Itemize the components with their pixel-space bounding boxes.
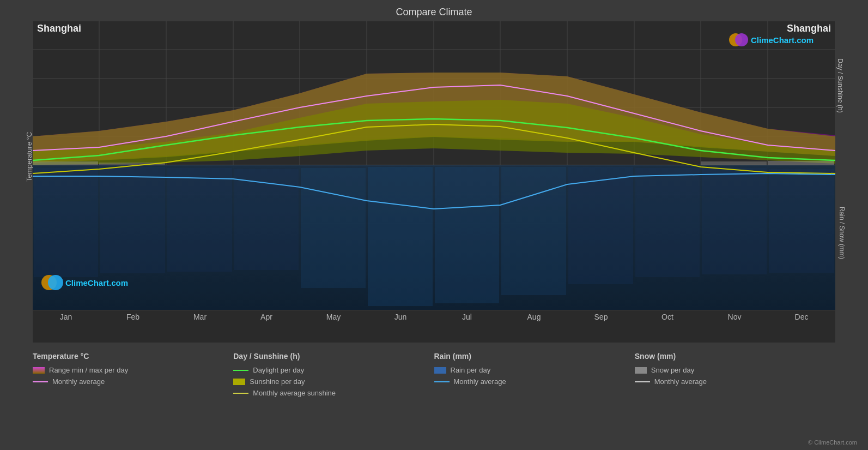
svg-text:May: May (326, 313, 341, 321)
svg-text:Apr: Apr (260, 313, 272, 321)
svg-text:Jun: Jun (394, 313, 407, 321)
svg-text:ClimeChart.com: ClimeChart.com (751, 35, 814, 45)
svg-text:Oct: Oct (661, 313, 673, 321)
copyright: © ClimeChart.com (808, 439, 857, 446)
chart-area: Jan Feb Mar Apr May Jun Jul Aug Sep Oct … (33, 21, 835, 343)
legend-snow-avg: Monthly average (635, 377, 835, 386)
svg-text:Mar: Mar (193, 313, 207, 321)
svg-point-86 (48, 275, 63, 290)
legend-rain-day: Rain per day (434, 366, 635, 374)
svg-rect-33 (435, 167, 499, 303)
snow-avg-label: Monthly average (654, 377, 707, 386)
daylight-line (233, 370, 248, 371)
rain-swatch (434, 367, 446, 374)
svg-text:Jan: Jan (60, 313, 72, 321)
sunshine-avg-label: Monthly average sunshine (253, 389, 336, 397)
svg-rect-43 (33, 161, 98, 165)
svg-rect-35 (568, 167, 633, 284)
temp-range-swatch (33, 367, 45, 374)
snow-label: Snow per day (651, 366, 695, 374)
sunshine-swatch (233, 379, 245, 385)
rain-avg-label: Monthly average (454, 377, 506, 386)
svg-text:Jul: Jul (462, 313, 472, 321)
legend-sunshine-avg: Monthly average sunshine (233, 389, 434, 397)
snow-avg-line (635, 381, 650, 382)
svg-text:Dec: Dec (795, 313, 809, 321)
svg-text:ClimeChart.com: ClimeChart.com (65, 278, 128, 287)
legend-snow-title: Snow (mm) (635, 352, 835, 361)
rain-avg-line (434, 381, 450, 382)
svg-rect-37 (702, 168, 767, 274)
left-y-axis-label: Temperature °C (25, 132, 33, 182)
left-city-label: Shanghai (37, 23, 81, 34)
page-container: Compare Climate (0, 0, 868, 450)
legend-daylight: Daylight per day (233, 366, 434, 374)
legend-rain-title: Rain (mm) (434, 352, 635, 361)
legend-snow: Snow (mm) Snow per day Monthly average (635, 352, 835, 397)
svg-rect-45 (701, 161, 767, 165)
svg-text:Aug: Aug (527, 313, 541, 321)
svg-text:Nov: Nov (728, 313, 742, 321)
sunshine-label: Sunshine per day (250, 377, 305, 386)
daylight-label: Daylight per day (253, 366, 304, 374)
legend-temp-avg: Monthly average (33, 377, 233, 386)
legend-area: Temperature °C Range min / max per day M… (33, 352, 835, 397)
svg-rect-38 (769, 169, 834, 273)
svg-rect-32 (368, 167, 433, 306)
right-city-label: Shanghai (787, 23, 831, 34)
legend-snow-day: Snow per day (635, 366, 835, 374)
legend-temperature: Temperature °C Range min / max per day M… (33, 352, 233, 397)
legend-sunshine-day: Sunshine per day (233, 377, 434, 386)
temp-avg-label: Monthly average (52, 377, 105, 386)
legend-sunshine-title: Day / Sunshine (h) (233, 352, 434, 361)
temp-avg-line (33, 381, 48, 382)
svg-rect-46 (768, 161, 834, 165)
svg-text:Sep: Sep (594, 313, 608, 321)
svg-rect-34 (501, 167, 566, 295)
chart-svg: Jan Feb Mar Apr May Jun Jul Aug Sep Oct … (33, 21, 835, 343)
temp-range-label: Range min / max per day (49, 366, 128, 374)
legend-temp-range: Range min / max per day (33, 366, 233, 374)
right-y-axis-top-label: Day / Sunshine (h) (836, 58, 843, 112)
snow-swatch (635, 367, 647, 374)
svg-rect-30 (234, 169, 299, 270)
sunshine-avg-line (233, 393, 248, 394)
right-y-axis-bottom-label: Rain / Snow (mm) (838, 207, 846, 259)
svg-rect-28 (100, 167, 165, 273)
svg-rect-36 (635, 168, 700, 277)
legend-rain-avg: Monthly average (434, 377, 635, 386)
rain-label: Rain per day (451, 366, 491, 374)
svg-rect-29 (167, 168, 232, 272)
legend-temperature-title: Temperature °C (33, 352, 233, 361)
svg-rect-31 (301, 168, 366, 288)
page-title: Compare Climate (0, 0, 868, 18)
svg-point-89 (735, 33, 748, 46)
legend-sunshine: Day / Sunshine (h) Daylight per day Suns… (233, 352, 434, 397)
svg-text:Feb: Feb (126, 313, 139, 321)
svg-rect-27 (34, 168, 98, 277)
legend-rain: Rain (mm) Rain per day Monthly average (434, 352, 635, 397)
